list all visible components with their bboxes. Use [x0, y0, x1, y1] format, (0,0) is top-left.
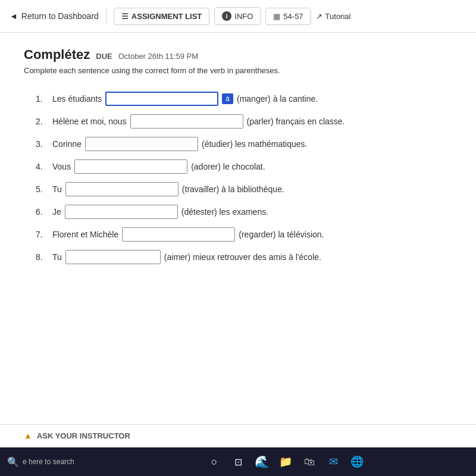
taskbar-chrome-icon[interactable]: 🌐 — [346, 451, 368, 472]
list-icon: ☰ — [121, 12, 129, 21]
taskbar-folder-icon[interactable]: 📁 — [275, 451, 296, 472]
taskbar-search[interactable]: 🔍 e here to search — [0, 456, 95, 468]
question-suffix-4: (adorer) le chocolat. — [191, 162, 265, 171]
question-input-2[interactable] — [130, 114, 243, 129]
question-prefix-6: Je — [52, 207, 61, 217]
question-number-6: 6. — [36, 207, 49, 217]
book-icon: ▦ — [273, 12, 280, 21]
main-content: Complétez DUE October 26th 11:59 PM Comp… — [0, 33, 476, 437]
taskbar-search-label: e here to search — [23, 458, 74, 466]
info-button[interactable]: i INFO — [214, 7, 261, 25]
question-input-1[interactable] — [105, 92, 218, 106]
tutorial-icon: ↗ — [316, 12, 322, 21]
ask-instructor-label: ASK YOUR INSTRUCTOR — [37, 431, 130, 440]
question-row-8: 8.Tu(aimer) mieux retrouver des amis à l… — [36, 250, 452, 264]
question-row-3: 3.Corinne(étudier) les mathématiques. — [36, 137, 452, 151]
question-row-4: 4.Vous(adorer) le chocolat. — [36, 159, 452, 174]
question-prefix-7: Florent et Michèle — [52, 230, 118, 239]
taskbar: 🔍 e here to search ○ ⊡ 🌊 📁 🛍 ✉ 🌐 — [0, 447, 476, 476]
question-row-6: 6.Je(détester) les examens. — [36, 205, 452, 219]
info-label: INFO — [234, 12, 253, 21]
taskbar-search-icon[interactable]: ○ — [203, 451, 225, 472]
autocomplete-badge-1[interactable]: à — [222, 93, 233, 104]
question-prefix-3: Corinne — [52, 139, 82, 149]
assignment-list-button[interactable]: ☰ ASSIGNMENT LIST — [114, 8, 209, 25]
search-icon: 🔍 — [7, 456, 19, 468]
question-row-7: 7.Florent et Michèle(regarder) la télévi… — [36, 227, 452, 242]
question-suffix-2: (parler) français en classe. — [247, 117, 345, 126]
question-suffix-7: (regarder) la télévision. — [239, 230, 324, 239]
question-prefix-2: Hélène et moi, nous — [52, 117, 127, 126]
taskbar-store-icon[interactable]: 🛍 — [299, 451, 320, 472]
taskbar-task-view-icon[interactable]: ⊡ — [227, 451, 249, 472]
question-number-2: 2. — [36, 117, 49, 126]
question-suffix-6: (détester) les examens. — [181, 207, 268, 217]
question-row-5: 5.Tu(travailler) à la bibliothèque. — [36, 182, 452, 196]
assignment-header: Complétez DUE October 26th 11:59 PM — [24, 47, 452, 62]
question-number-7: 7. — [36, 230, 49, 239]
pages-label: 54-57 — [283, 12, 303, 21]
assignment-title: Complétez — [24, 47, 90, 62]
question-number-1: 1. — [36, 94, 49, 104]
taskbar-edge-icon[interactable]: 🌊 — [251, 451, 273, 472]
pages-button[interactable]: ▦ 54-57 — [265, 8, 311, 25]
question-row-2: 2.Hélène et moi, nous(parler) français e… — [36, 114, 452, 129]
nav-divider — [106, 8, 107, 24]
back-arrow-icon: ◄ — [10, 11, 18, 21]
question-suffix-5: (travailler) à la bibliothèque. — [182, 184, 284, 194]
question-suffix-1: (manger) à la cantine. — [237, 94, 318, 104]
question-prefix-1: Les étudiants — [52, 94, 102, 104]
taskbar-icons: ○ ⊡ 🌊 📁 🛍 ✉ 🌐 — [95, 451, 476, 472]
assignment-list-label: ASSIGNMENT LIST — [131, 12, 202, 21]
warning-icon: ▲ — [24, 431, 32, 440]
back-to-dashboard-link[interactable]: ◄ Return to Dashboard — [10, 11, 99, 21]
question-prefix-5: Tu — [52, 184, 62, 194]
due-label: DUE — [96, 52, 112, 61]
tutorial-label: Tutorial — [325, 12, 351, 21]
question-prefix-8: Tu — [52, 252, 62, 262]
question-number-4: 4. — [36, 162, 49, 171]
question-input-5[interactable] — [65, 182, 178, 196]
bottom-bar: ▲ ASK YOUR INSTRUCTOR — [0, 424, 476, 446]
question-number-8: 8. — [36, 252, 49, 262]
info-icon: i — [222, 11, 231, 21]
question-prefix-4: Vous — [52, 162, 71, 171]
tutorial-button[interactable]: ↗ Tutorial — [316, 12, 351, 21]
taskbar-email-icon[interactable]: ✉ — [322, 451, 344, 472]
question-input-4[interactable] — [74, 159, 187, 174]
question-input-3[interactable] — [85, 137, 198, 151]
instructions-text: Complete each sentence using the correct… — [24, 66, 452, 75]
question-suffix-3: (étudier) les mathématiques. — [202, 139, 307, 149]
due-date: October 26th 11:59 PM — [118, 52, 198, 61]
question-number-3: 3. — [36, 139, 49, 149]
questions-list: 1.Les étudiantsà(manger) à la cantine.2.… — [24, 92, 452, 264]
question-input-8[interactable] — [65, 250, 161, 264]
question-row-1: 1.Les étudiantsà(manger) à la cantine. — [36, 92, 452, 106]
back-label: Return to Dashboard — [21, 11, 99, 21]
question-input-6[interactable] — [65, 205, 178, 219]
question-input-7[interactable] — [122, 227, 235, 242]
top-navigation: ◄ Return to Dashboard ☰ ASSIGNMENT LIST … — [0, 0, 476, 33]
question-number-5: 5. — [36, 184, 49, 194]
question-suffix-8: (aimer) mieux retrouver des amis à l'éco… — [164, 252, 321, 262]
